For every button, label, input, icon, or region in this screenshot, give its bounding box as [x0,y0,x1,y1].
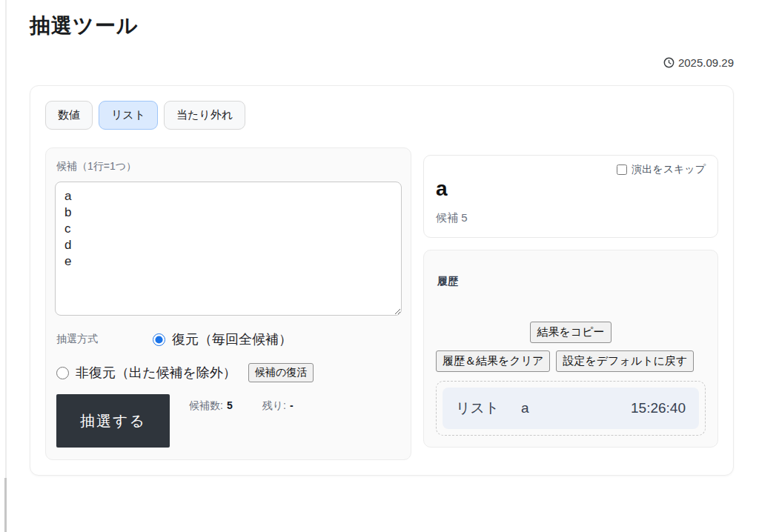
draw-method-label: 抽選方式 [56,333,153,346]
mode-tabs: 数値 リスト 当たり外れ [45,101,718,130]
radio-without-replacement[interactable]: 非復元（出た候補を除外） [56,364,236,382]
draw-stats: 候補数:5 残り:- [189,394,294,448]
result-value: a [436,178,706,201]
copy-result-button[interactable]: 結果をコピー [530,322,611,343]
result-meta: 候補 5 [436,211,706,225]
candidates-panel: 候補（1行=1つ） a b c d e 抽選方式 復元（毎回全候補） 非復元（出… [45,147,411,460]
skip-animation-checkbox[interactable] [617,164,627,175]
draw-button[interactable]: 抽選する [56,394,170,448]
history-list: リスト a 15:26:40 [436,381,706,436]
tab-number[interactable]: 数値 [45,101,93,130]
radio-with-replacement-input[interactable] [153,333,165,346]
candidate-count-value: 5 [227,399,233,411]
radio-without-replacement-label: 非復元（出た候補を除外） [76,364,236,382]
clock-icon [663,57,675,68]
page-title: 抽選ツール [30,12,734,40]
left-scrollbar-thumb [4,478,7,532]
history-panel: 履歴 結果をコピー 履歴＆結果をクリア 設定をデフォルトに戻す リスト a 15… [423,250,718,448]
skip-animation-row: 演出をスキップ [436,163,706,176]
page: 抽選ツール 2025.09.29 数値 リスト 当たり外れ 候補（1行=1つ） … [0,0,759,476]
remaining-value: - [290,399,294,411]
candidates-label: 候補（1行=1つ） [56,160,402,173]
history-entry-time: 15:26:40 [631,400,686,416]
reset-settings-button[interactable]: 設定をデフォルトに戻す [556,350,694,372]
tab-hit-miss[interactable]: 当たり外れ [164,101,245,130]
remaining-label: 残り: [262,399,286,411]
result-panel: 演出をスキップ a 候補 5 [423,155,718,238]
draw-method-row: 抽選方式 復元（毎回全候補） [56,330,402,348]
candidates-input[interactable]: a b c d e [55,182,402,316]
clear-history-button[interactable]: 履歴＆結果をクリア [436,350,550,372]
history-entry: リスト a 15:26:40 [443,388,699,429]
restore-candidates-button[interactable]: 候補の復活 [248,363,314,382]
draw-method-row2: 非復元（出た候補を除外） 候補の復活 [56,363,402,382]
history-entry-value: a [521,400,631,416]
radio-with-replacement-label: 復元（毎回全候補） [172,330,292,348]
candidate-count: 候補数:5 [189,399,233,448]
skip-animation-label: 演出をスキップ [632,163,706,176]
remaining: 残り:- [262,399,294,448]
date-row: 2025.09.29 [30,56,734,69]
radio-without-replacement-input[interactable] [56,367,69,379]
date-text: 2025.09.29 [678,56,734,69]
copy-row: 結果をコピー [436,322,706,343]
history-buttons-row: 履歴＆結果をクリア 設定をデフォルトに戻す [436,350,706,372]
tool-card: 数値 リスト 当たり外れ 候補（1行=1つ） a b c d e 抽選方式 復元… [30,85,734,476]
right-column: 演出をスキップ a 候補 5 履歴 結果をコピー 履歴＆結果をクリア 設定をデフ… [423,155,718,448]
history-title: 履歴 [437,275,706,288]
radio-with-replacement[interactable]: 復元（毎回全候補） [153,330,292,348]
tab-list[interactable]: リスト [99,101,158,130]
main-columns: 候補（1行=1つ） a b c d e 抽選方式 復元（毎回全候補） 非復元（出… [45,147,718,460]
left-border-line [5,0,7,532]
draw-action-row: 抽選する 候補数:5 残り:- [56,394,402,448]
candidate-count-label: 候補数: [189,399,223,411]
history-entry-kind: リスト [456,399,521,418]
